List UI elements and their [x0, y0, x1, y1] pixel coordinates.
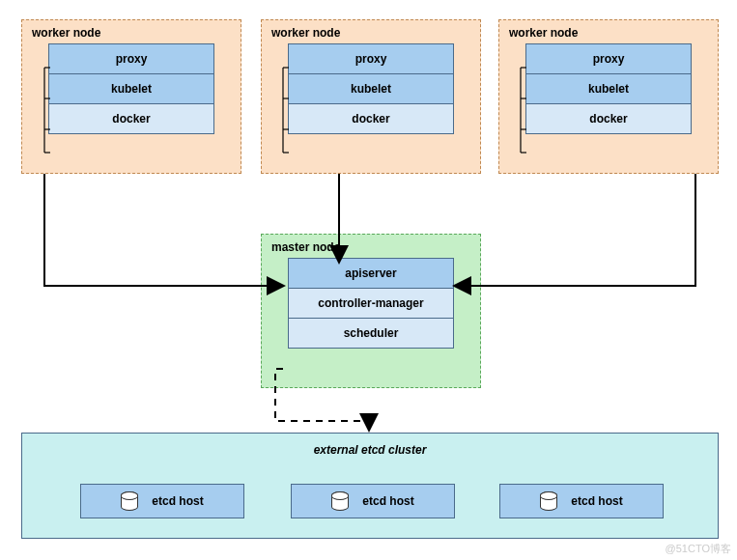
arrow-worker3-apiserver — [456, 174, 695, 286]
arrow-worker1-apiserver — [44, 174, 282, 286]
arrow-master-etcd-dashed — [275, 369, 369, 429]
arrows-layer — [0, 0, 737, 560]
diagram: worker node proxy kubelet docker worker … — [0, 0, 737, 560]
watermark: @51CTO博客 — [666, 542, 731, 556]
